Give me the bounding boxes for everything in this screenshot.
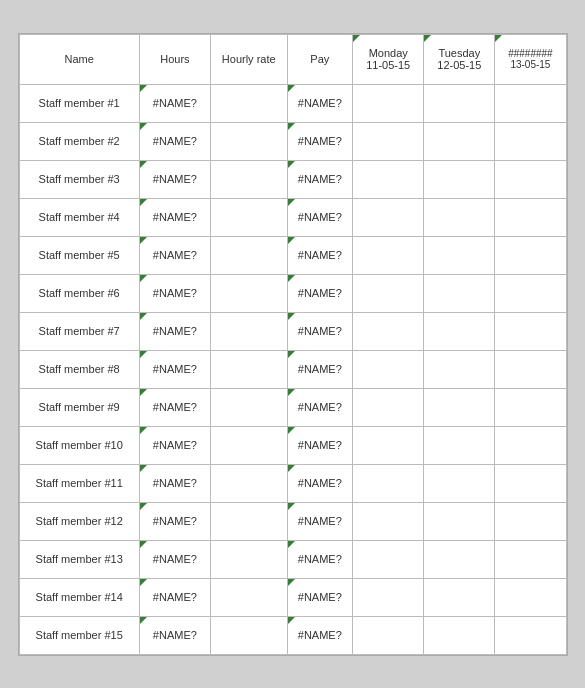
cell-monday[interactable] — [353, 426, 424, 464]
cell-wednesday[interactable] — [495, 540, 566, 578]
cell-tuesday[interactable] — [424, 616, 495, 654]
cell-hourly-rate[interactable] — [210, 236, 287, 274]
cell-hourly-rate[interactable] — [210, 616, 287, 654]
cell-hourly-rate[interactable] — [210, 122, 287, 160]
cell-tuesday[interactable] — [424, 540, 495, 578]
cell-hours[interactable]: #NAME? — [139, 84, 210, 122]
cell-monday[interactable] — [353, 84, 424, 122]
cell-tuesday[interactable] — [424, 160, 495, 198]
cell-tuesday[interactable] — [424, 388, 495, 426]
cell-monday[interactable] — [353, 464, 424, 502]
cell-pay[interactable]: #NAME? — [287, 540, 353, 578]
cell-wednesday[interactable] — [495, 426, 566, 464]
cell-monday[interactable] — [353, 122, 424, 160]
cell-hourly-rate[interactable] — [210, 388, 287, 426]
cell-pay[interactable]: #NAME? — [287, 464, 353, 502]
cell-monday[interactable] — [353, 274, 424, 312]
cell-wednesday[interactable] — [495, 464, 566, 502]
cell-hours[interactable]: #NAME? — [139, 578, 210, 616]
cell-hourly-rate[interactable] — [210, 426, 287, 464]
cell-wednesday[interactable] — [495, 122, 566, 160]
cell-monday[interactable] — [353, 578, 424, 616]
cell-pay[interactable]: #NAME? — [287, 312, 353, 350]
cell-wednesday[interactable] — [495, 274, 566, 312]
cell-name[interactable]: Staff member #2 — [19, 122, 139, 160]
cell-hourly-rate[interactable] — [210, 312, 287, 350]
cell-pay[interactable]: #NAME? — [287, 350, 353, 388]
cell-tuesday[interactable] — [424, 236, 495, 274]
cell-hours[interactable]: #NAME? — [139, 350, 210, 388]
cell-hours[interactable]: #NAME? — [139, 502, 210, 540]
cell-hours[interactable]: #NAME? — [139, 540, 210, 578]
cell-name[interactable]: Staff member #8 — [19, 350, 139, 388]
cell-monday[interactable] — [353, 388, 424, 426]
cell-pay[interactable]: #NAME? — [287, 578, 353, 616]
cell-hours[interactable]: #NAME? — [139, 388, 210, 426]
cell-name[interactable]: Staff member #15 — [19, 616, 139, 654]
cell-monday[interactable] — [353, 160, 424, 198]
cell-monday[interactable] — [353, 540, 424, 578]
cell-hours[interactable]: #NAME? — [139, 426, 210, 464]
cell-name[interactable]: Staff member #13 — [19, 540, 139, 578]
cell-wednesday[interactable] — [495, 160, 566, 198]
cell-monday[interactable] — [353, 236, 424, 274]
cell-monday[interactable] — [353, 198, 424, 236]
cell-hourly-rate[interactable] — [210, 464, 287, 502]
cell-pay[interactable]: #NAME? — [287, 274, 353, 312]
cell-tuesday[interactable] — [424, 426, 495, 464]
cell-monday[interactable] — [353, 616, 424, 654]
cell-pay[interactable]: #NAME? — [287, 84, 353, 122]
cell-name[interactable]: Staff member #4 — [19, 198, 139, 236]
cell-pay[interactable]: #NAME? — [287, 160, 353, 198]
cell-pay[interactable]: #NAME? — [287, 122, 353, 160]
cell-hourly-rate[interactable] — [210, 540, 287, 578]
cell-wednesday[interactable] — [495, 350, 566, 388]
cell-tuesday[interactable] — [424, 122, 495, 160]
cell-hours[interactable]: #NAME? — [139, 274, 210, 312]
cell-hourly-rate[interactable] — [210, 502, 287, 540]
cell-name[interactable]: Staff member #1 — [19, 84, 139, 122]
cell-wednesday[interactable] — [495, 312, 566, 350]
cell-wednesday[interactable] — [495, 236, 566, 274]
cell-hourly-rate[interactable] — [210, 160, 287, 198]
cell-wednesday[interactable] — [495, 616, 566, 654]
cell-name[interactable]: Staff member #14 — [19, 578, 139, 616]
cell-monday[interactable] — [353, 350, 424, 388]
cell-tuesday[interactable] — [424, 502, 495, 540]
cell-name[interactable]: Staff member #7 — [19, 312, 139, 350]
cell-pay[interactable]: #NAME? — [287, 502, 353, 540]
cell-hours[interactable]: #NAME? — [139, 312, 210, 350]
cell-hourly-rate[interactable] — [210, 578, 287, 616]
cell-name[interactable]: Staff member #3 — [19, 160, 139, 198]
cell-pay[interactable]: #NAME? — [287, 198, 353, 236]
cell-wednesday[interactable] — [495, 578, 566, 616]
cell-wednesday[interactable] — [495, 502, 566, 540]
cell-tuesday[interactable] — [424, 578, 495, 616]
cell-wednesday[interactable] — [495, 198, 566, 236]
cell-hours[interactable]: #NAME? — [139, 616, 210, 654]
cell-hourly-rate[interactable] — [210, 198, 287, 236]
cell-hours[interactable]: #NAME? — [139, 236, 210, 274]
cell-pay[interactable]: #NAME? — [287, 616, 353, 654]
cell-name[interactable]: Staff member #5 — [19, 236, 139, 274]
cell-pay[interactable]: #NAME? — [287, 236, 353, 274]
cell-hours[interactable]: #NAME? — [139, 160, 210, 198]
cell-name[interactable]: Staff member #11 — [19, 464, 139, 502]
cell-hourly-rate[interactable] — [210, 350, 287, 388]
cell-hours[interactable]: #NAME? — [139, 122, 210, 160]
cell-name[interactable]: Staff member #6 — [19, 274, 139, 312]
cell-wednesday[interactable] — [495, 388, 566, 426]
cell-tuesday[interactable] — [424, 274, 495, 312]
cell-tuesday[interactable] — [424, 464, 495, 502]
cell-pay[interactable]: #NAME? — [287, 426, 353, 464]
cell-tuesday[interactable] — [424, 312, 495, 350]
cell-hourly-rate[interactable] — [210, 274, 287, 312]
cell-tuesday[interactable] — [424, 84, 495, 122]
cell-wednesday[interactable] — [495, 84, 566, 122]
cell-name[interactable]: Staff member #9 — [19, 388, 139, 426]
cell-name[interactable]: Staff member #12 — [19, 502, 139, 540]
cell-monday[interactable] — [353, 312, 424, 350]
cell-tuesday[interactable] — [424, 198, 495, 236]
cell-tuesday[interactable] — [424, 350, 495, 388]
cell-pay[interactable]: #NAME? — [287, 388, 353, 426]
